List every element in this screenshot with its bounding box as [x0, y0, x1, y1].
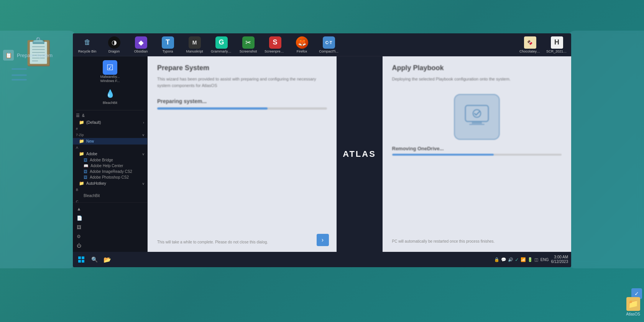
desktop-icon-obsidian[interactable]: ◆ Obsidian — [130, 36, 151, 53]
desktop-icon-grammarly[interactable]: G Grammarly Editor — [211, 36, 232, 53]
prepare-system-desc: This wizard has been provided to assist … — [157, 76, 327, 89]
panel-apply-playbook: Apply Playbook Deploying the selected Pl… — [383, 56, 572, 252]
prepare-progress-area: Preparing system... — [157, 98, 327, 113]
desktop-icon-typora[interactable]: T Typora — [157, 36, 178, 53]
chocolatey-icon: 🍫 — [524, 36, 536, 49]
power-icon: ⏻ — [77, 243, 81, 248]
typora-icon: T — [162, 36, 174, 49]
prepare-system-title: Prepare System — [157, 64, 327, 72]
sidebar-7zip-group[interactable]: 7-Zip v — [73, 132, 147, 138]
adobe-bridge-label: Adobe Bridge — [90, 158, 113, 162]
greenshot-icon: ✂ — [242, 36, 255, 49]
obsidian-label: Obsidian — [130, 49, 151, 53]
default-chevron: › — [143, 121, 144, 125]
sidebar-adobe-photoshop[interactable]: 🖼 Adobe Photoshop CS2 — [73, 174, 147, 180]
desktop-icon-recycle-bin[interactable]: 🗑 Recycle Bin — [77, 36, 98, 53]
sidebar-bottom-triangle[interactable]: ▲ — [75, 205, 145, 213]
7zip-new-icon: 📁 — [79, 139, 84, 144]
screenpresso-label: Screenpresso — [264, 49, 286, 53]
malwarebytes-label: Malwareby...Windows F... — [100, 75, 120, 83]
volume-icon: 🔊 — [508, 257, 513, 262]
adobe-photoshop-icon: 🖼 — [84, 175, 87, 179]
prepare-bottom-text: This will take a while to complete. Plea… — [157, 240, 327, 244]
sidebar-nav-listview[interactable]: ☰ & — [73, 112, 147, 119]
svg-rect-7 — [82, 260, 84, 263]
taskbar-clock[interactable]: 3:00 AM 6/12/2023 — [551, 255, 568, 264]
sidebar-adobe[interactable]: 📁 Adobe v — [73, 151, 147, 157]
sidebar-section-b: B — [73, 187, 147, 193]
left-panel-line2 — [12, 74, 27, 76]
sidebar-autohotkey[interactable]: 📁 AutoHotkey v — [73, 180, 147, 187]
malwarebytes-icon: ☑ — [103, 60, 117, 75]
sidebar-bottom-settings[interactable]: ⚙ — [75, 233, 145, 240]
autohotkey-chevron: v — [143, 182, 145, 186]
apply-playbook-desc: Deploying the selected Playbook configur… — [392, 76, 562, 82]
grammarly-icon: G — [215, 36, 228, 49]
sidebar-adobe-bridge[interactable]: 🖼 Adobe Bridge — [73, 157, 147, 163]
sidebar-bleachbit-item[interactable]: BleachBit — [73, 193, 147, 199]
left-side-panel: 📋 — [0, 31, 77, 268]
scr2021-label: SCR_2021.ahk - Shortcut — [546, 49, 567, 53]
adobe-chevron: v — [143, 152, 145, 156]
taskbar-start-button[interactable] — [76, 254, 87, 265]
sidebar-bleachbit[interactable]: 💧 BleachBit — [103, 86, 117, 105]
atlas-os-desktop-icon[interactable]: 📁 AtlasOS — [626, 297, 640, 316]
playbook-computer-icon — [454, 94, 500, 140]
sidebar-bottom-power[interactable]: ⏻ — [75, 242, 145, 250]
main-panels: Prepare System This wizard has been prov… — [148, 56, 571, 252]
svg-rect-6 — [78, 260, 81, 263]
recycle-bin-label: Recycle Bin — [77, 49, 98, 53]
sidebar-bottom-image[interactable]: 🖼 — [75, 223, 145, 231]
desktop-icon-screenpresso[interactable]: S Screenpresso — [264, 36, 286, 53]
adobe-photoshop-label: Adobe Photoshop CS2 — [90, 175, 129, 179]
sidebar-bottom-nav: ▲ 📄 🖼 ⚙ ⏻ — [73, 202, 147, 252]
desktop-icon-chocolatey[interactable]: 🍫 Chocolatey GUI — [519, 36, 540, 53]
taskbar-sys-icons: 🔒 💬 🔊 ✓ 📶 🔋 ◫ — [494, 257, 538, 263]
default-folder-label: (Default) — [86, 120, 101, 125]
obsidian-icon: ◆ — [135, 36, 147, 49]
sidebar-adobe-help[interactable]: 📖 Adobe Help Center — [73, 163, 147, 169]
scr2021-icon: H — [551, 36, 563, 49]
screenpresso-icon: S — [269, 36, 281, 49]
bleachbit-icon: 💧 — [103, 86, 117, 101]
taskbar-explorer-button[interactable]: 📂 — [102, 254, 113, 265]
content-area: ☑ Malwareby...Windows F... 💧 BleachBit ☰… — [73, 56, 571, 252]
sidebar-bottom-doc[interactable]: 📄 — [75, 214, 145, 222]
taskbar-search-button[interactable]: 🔍 — [89, 254, 100, 265]
adobe-imageready-label: Adobe ImageReady CS2 — [90, 169, 132, 174]
prepare-system-outer-icon: 📋 — [3, 50, 14, 61]
hash-label: # — [76, 127, 78, 131]
dragon-label: Dragon — [104, 49, 125, 53]
desktop-icon-compacttidy[interactable]: C·T CompactTi... — [318, 36, 339, 53]
taskbar-date: 6/12/2023 — [551, 260, 568, 264]
sidebar-malwarebytes[interactable]: ☑ Malwareby...Windows F... — [100, 60, 120, 83]
sidebar-7zip-new[interactable]: 📁 New — [73, 138, 147, 145]
svg-rect-1 — [472, 122, 482, 124]
prepare-next-button[interactable]: › — [317, 234, 329, 246]
adobe-help-icon: 📖 — [84, 164, 88, 168]
check-icon: ✓ — [515, 257, 519, 263]
window-sidebar: ☑ Malwareby...Windows F... 💧 BleachBit ☰… — [73, 56, 148, 252]
desktop-icon-dragon[interactable]: ◑ Dragon — [104, 36, 125, 53]
default-folder-icon: 📁 — [79, 120, 84, 125]
atlas-folder-icon: 📁 — [626, 297, 640, 311]
main-window: 🗑 Recycle Bin ◑ Dragon ◆ Obsidian T Typo… — [73, 33, 571, 267]
svg-rect-4 — [78, 256, 81, 259]
desktop-icon-firefox[interactable]: 🦊 Firefox — [291, 36, 312, 53]
desktop-icon-scr2021[interactable]: H SCR_2021.ahk - Shortcut — [546, 36, 567, 53]
desktop-icon-manuskript[interactable]: M Manuskript — [184, 36, 205, 53]
desktop-taskbar: 🗑 Recycle Bin ◑ Dragon ◆ Obsidian T Typo… — [73, 33, 571, 56]
sidebar-section[interactable]: 📁 (Default) › # 7-Zip v 📁 New — [73, 119, 147, 202]
listview-icon: ☰ — [76, 113, 80, 118]
sidebar-folder-default[interactable]: 📁 (Default) › — [73, 119, 147, 126]
network-icon: 📶 — [521, 257, 526, 262]
7zip-label: 7-Zip — [76, 133, 84, 137]
playbook-icon-area — [392, 94, 562, 140]
sidebar-hash-header[interactable]: # — [73, 126, 147, 132]
sidebar-adobe-imageready[interactable]: 🖼 Adobe ImageReady CS2 — [73, 169, 147, 174]
manuskript-icon: M — [189, 36, 201, 49]
sidebar-top-icons: ☑ Malwareby...Windows F... 💧 BleachBit — [73, 56, 147, 108]
taskbar-time: 3:00 AM — [554, 255, 568, 260]
desktop-icon-greenshot[interactable]: ✂ Screenshot — [238, 36, 259, 53]
adobe-icon: 📁 — [79, 151, 84, 156]
